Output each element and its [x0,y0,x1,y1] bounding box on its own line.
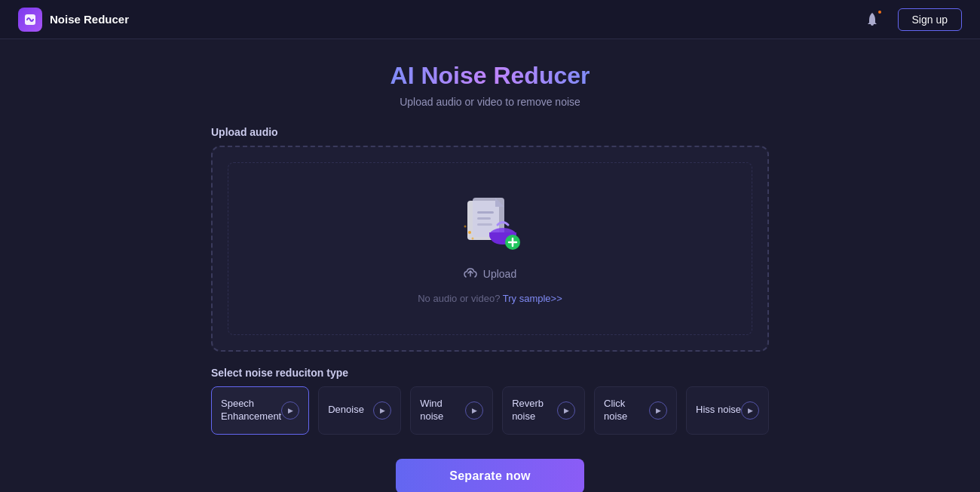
upload-label[interactable]: Upload [464,267,516,281]
noise-types-grid: Speech Enhancement▶Denoise▶Wind noise▶Re… [211,386,769,435]
noise-type-card-speech[interactable]: Speech Enhancement▶ [211,386,309,435]
app-name: Noise Reducer [50,13,129,26]
play-button-denoise[interactable]: ▶ [373,401,391,420]
page-subtitle: Upload audio or video to remove noise [400,96,580,108]
header-left: Noise Reducer [18,8,129,32]
sign-up-button[interactable]: Sign up [898,8,962,31]
bottom-section: Separate now By uploading an audio or vi… [359,438,621,492]
noise-type-name-wind: Wind noise [420,398,465,423]
header-right: Sign up [859,6,962,33]
svg-point-9 [464,226,467,228]
noise-type-card-click[interactable]: Click noise▶ [594,386,677,435]
notification-dot [877,9,883,15]
noise-type-name-hiss: Hiss noise [696,404,741,417]
no-file-text: No audio or video? [418,293,500,304]
header: Noise Reducer Sign up [0,0,980,39]
svg-point-8 [468,231,471,234]
noise-type-name-denoise: Denoise [328,404,364,417]
upload-cloud-icon [464,267,477,281]
upload-text: Upload [483,268,516,280]
notification-button[interactable] [859,6,886,33]
noise-type-name-reverb: Reverb noise [512,398,557,423]
page-title: AI Noise Reducer [390,62,590,90]
upload-section: Upload audio [211,126,769,352]
play-button-wind[interactable]: ▶ [465,401,483,420]
play-button-reverb[interactable]: ▶ [557,401,575,420]
upload-illustration [456,193,524,254]
upload-section-label: Upload audio [211,126,769,138]
logo-icon [18,8,42,32]
svg-rect-5 [477,223,492,226]
play-button-hiss[interactable]: ▶ [741,401,759,420]
svg-rect-4 [477,217,491,220]
svg-point-10 [472,238,474,240]
play-button-click[interactable]: ▶ [649,401,667,420]
noise-section-label: Select noise reduciton type [211,367,769,379]
separate-now-button[interactable]: Separate now [396,459,584,492]
separate-btn-wrap: Separate now [396,459,584,492]
noise-section: Select noise reduciton type Speech Enhan… [211,367,769,435]
svg-rect-3 [477,211,494,214]
noise-type-card-denoise[interactable]: Denoise▶ [318,386,401,435]
main-content: AI Noise Reducer Upload audio or video t… [0,39,980,492]
upload-icon-wrap: Upload No audio or video? Try sample>> [418,267,562,304]
upload-hint: No audio or video? Try sample>> [418,293,562,304]
noise-type-card-hiss[interactable]: Hiss noise▶ [686,386,769,435]
upload-dropzone[interactable]: Upload No audio or video? Try sample>> [228,162,752,335]
upload-area[interactable]: Upload No audio or video? Try sample>> [211,146,769,352]
play-button-speech[interactable]: ▶ [281,401,299,420]
noise-type-name-click: Click noise [604,398,649,423]
noise-type-name-speech: Speech Enhancement [221,398,281,423]
noise-type-card-reverb[interactable]: Reverb noise▶ [502,386,585,435]
try-sample-link[interactable]: Try sample>> [503,293,562,304]
noise-type-card-wind[interactable]: Wind noise▶ [410,386,493,435]
